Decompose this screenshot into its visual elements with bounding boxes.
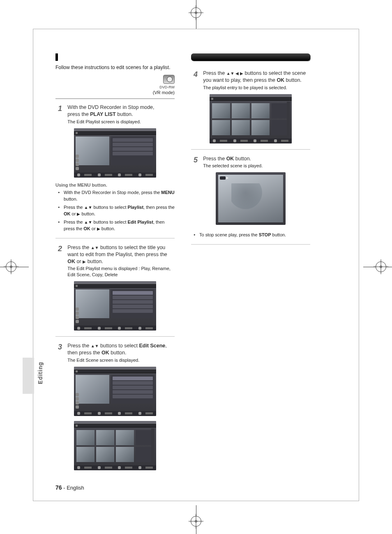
scene-thumb — [251, 103, 270, 118]
up-down-icon: ▲▼ — [84, 220, 92, 224]
step-1-subtext: The Edit Playlist screen is displayed. — [67, 119, 174, 125]
step-3-heading: Press the ▲▼ buttons to select Edit Scen… — [67, 342, 174, 356]
scene-thumb — [76, 430, 95, 445]
right-arrow-icon: ▶ — [83, 259, 86, 264]
ok-button-label: OK — [226, 156, 234, 162]
divider — [55, 238, 175, 238]
ok-button-label: OK — [67, 259, 75, 264]
scene-thumb — [96, 447, 114, 462]
ok-button-label: OK — [101, 350, 109, 356]
step-5-subtext: The selected scene is played. — [203, 163, 310, 169]
footer-language: - English — [63, 485, 84, 491]
divider — [55, 336, 175, 337]
screenshot-edit-scene-menu — [74, 367, 156, 416]
menu-button-label: MENU — [161, 190, 174, 195]
registration-mark — [191, 7, 201, 18]
stop-button-label: STOP — [259, 232, 271, 237]
right-arrow-icon: ▶ — [97, 227, 100, 231]
left-column: Editing a Scene for the Playlist Follow … — [55, 53, 175, 475]
up-down-icon: ▲▼ — [84, 205, 92, 210]
using-menu-heading: Using the MENU button. — [55, 183, 175, 187]
step-5-bullets: To stop scene play, press the STOP butto… — [191, 231, 310, 238]
exit-icon — [138, 173, 141, 176]
step-number: 1 — [55, 104, 65, 113]
list-item: To stop scene play, press the STOP butto… — [196, 231, 310, 238]
list-item: Press the ▲▼ buttons to select Playlist,… — [60, 204, 175, 217]
scene-thumb — [232, 120, 250, 135]
section-title-mark — [55, 53, 58, 61]
step-2-subtext: The Edit Playlist menu is displayed : Pl… — [67, 266, 174, 278]
list-item: Press the ▲▼ buttons to select Edit Play… — [60, 219, 175, 232]
scene-thumb — [212, 120, 230, 135]
scene-thumb — [116, 447, 134, 462]
disc-icon — [76, 285, 78, 287]
divider — [55, 98, 175, 99]
move-icon — [77, 173, 80, 176]
screenshot-edit-scene-grid — [74, 421, 156, 470]
page-content: Editing a Scene for the Playlist Follow … — [55, 53, 310, 475]
step-number: 5 — [191, 155, 200, 164]
scene-thumb — [96, 430, 114, 445]
ok-button-label: OK — [64, 211, 71, 216]
screenshot-edit-playlist-menu — [74, 281, 156, 331]
step-4-heading: Press the ▲▼ ◀ ▶ buttons to select the s… — [203, 70, 310, 84]
subsection-header-bar — [191, 53, 310, 61]
ok-icon — [98, 173, 101, 176]
registration-mark — [376, 261, 386, 272]
step-5-heading: Press the OK button. — [203, 155, 310, 162]
scene-thumb — [232, 103, 250, 118]
screenshot-scene-playing — [216, 172, 286, 225]
side-menu-panel — [111, 289, 154, 318]
side-tab — [23, 358, 34, 394]
right-column: 4 Press the ▲▼ ◀ ▶ buttons to select the… — [191, 53, 310, 475]
intro-text: Follow these instructions to edit scenes… — [55, 64, 175, 71]
step-number: 2 — [55, 244, 65, 253]
scene-thumb — [116, 430, 134, 445]
step-2: 2 Press the ▲▼ buttons to select the tit… — [55, 244, 175, 278]
screenshot-scene-selected — [210, 94, 292, 143]
step-1: 1 With the DVD Recorder in Stop mode, pr… — [55, 104, 175, 125]
step-5: 5 Press the OK button. The selected scen… — [191, 155, 310, 169]
play-indicator-box — [220, 176, 226, 180]
screenshot-edit-playlist-blank — [74, 128, 156, 178]
screenshot-bottom-bar — [74, 173, 156, 178]
return-icon — [118, 173, 121, 176]
playlist-button-label: PLAY LIST — [90, 111, 116, 117]
step-number: 3 — [55, 342, 65, 351]
up-down-icon: ▲▼ — [91, 245, 99, 250]
thumbnail-preview — [76, 136, 109, 165]
step-4-subtext: The playlist entry to be played is selec… — [203, 85, 310, 91]
divider — [191, 244, 310, 245]
step-2-heading: Press the ▲▼ buttons to select the title… — [67, 244, 174, 265]
direction-arrows-icon: ▲▼ ◀ ▶ — [226, 71, 243, 76]
scene-thumb — [251, 120, 270, 135]
step-number: 4 — [191, 70, 200, 79]
registration-mark — [191, 516, 201, 527]
step-1-heading: With the DVD Recorder in Stop mode, pres… — [67, 104, 174, 118]
ok-button-label: OK — [277, 77, 284, 83]
up-down-icon: ▲▼ — [91, 344, 99, 348]
ok-button-label: OK — [83, 226, 90, 231]
side-section-label: Editing — [37, 362, 44, 384]
list-item: With the DVD Recorder in Stop mode, pres… — [60, 189, 175, 203]
page-number: 76 — [55, 484, 62, 491]
scene-thumb — [76, 447, 95, 462]
dvd-rw-badge: DVD-RW (VR mode) — [55, 75, 175, 95]
page-footer: 76 - English — [55, 484, 84, 491]
divider — [191, 149, 310, 150]
play-icon — [226, 177, 228, 179]
registration-mark — [6, 261, 16, 272]
thumbnail-preview — [76, 289, 109, 318]
step-3: 3 Press the ▲▼ buttons to select Edit Sc… — [55, 342, 175, 363]
step-3-subtext: The Edit Scene screen is displayed. — [67, 357, 174, 363]
step-1-bullets: With the DVD Recorder in Stop mode, pres… — [55, 189, 175, 232]
disc-icon — [76, 132, 78, 134]
step-4: 4 Press the ▲▼ ◀ ▶ buttons to select the… — [191, 70, 310, 91]
side-panel — [111, 136, 154, 165]
scene-thumb — [212, 103, 230, 118]
